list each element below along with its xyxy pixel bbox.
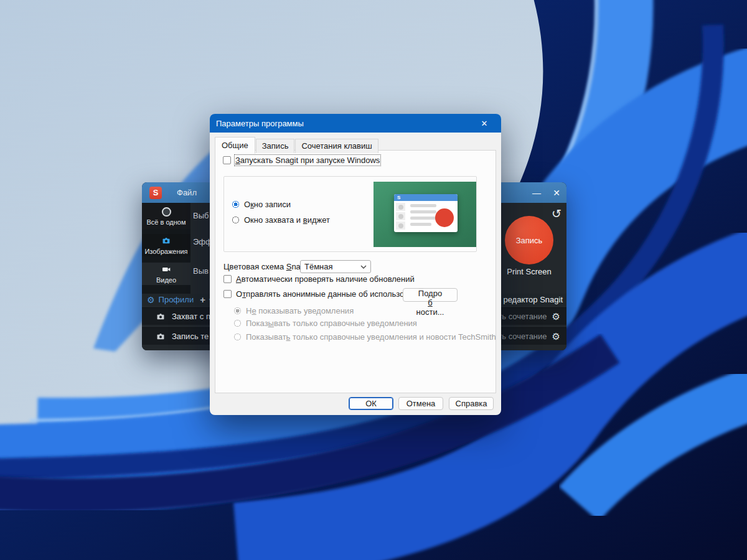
sidebar-item-image[interactable]: Изображения <box>142 234 190 256</box>
dialog-title: Параметры программы <box>216 119 304 128</box>
hotkey-assign-fragment[interactable]: ить сочетание <box>494 312 547 321</box>
chevron-down-icon <box>360 265 367 269</box>
program-settings-dialog: Параметры программы ✕ Общие Запись Сочет… <box>210 114 501 415</box>
profiles-gear-icon: ⚙ <box>147 296 155 304</box>
notify-help-row: Показывать только справочные уведомления <box>233 319 417 328</box>
notify-help-radio <box>233 319 242 327</box>
startup-checkbox-row[interactable]: Запускать Snagit при запуске Windows <box>223 156 380 165</box>
hotkey-assign-fragment[interactable]: ить сочетание <box>494 332 547 341</box>
camera-icon <box>161 236 171 246</box>
theme-select[interactable]: Тёмная <box>300 260 371 273</box>
updates-checkbox-row[interactable]: Автоматически проверять наличие обновлен… <box>223 274 415 284</box>
dialog-titlebar: Параметры программы ✕ <box>210 114 501 133</box>
preview-text-bars <box>410 204 436 226</box>
dialog-tabs: Общие Запись Сочетания клавиш <box>215 136 379 153</box>
ok-button[interactable]: ОК <box>349 397 393 410</box>
camera-icon <box>156 332 166 342</box>
notify-news-row: Показывать только справочные уведомления… <box>233 332 496 342</box>
video-camera-icon <box>161 264 171 274</box>
tab-page-general: Запускать Snagit при запуске Windows Окн… <box>215 150 496 393</box>
notify-none-radio <box>233 307 242 315</box>
theme-select-value: Тёмная <box>304 262 333 271</box>
sidebar-item-label: Видео <box>156 276 176 284</box>
analytics-checkbox-label: Отправлять анонимные данные об использов… <box>236 289 426 299</box>
profiles-toggle[interactable]: ⚙ Профили + ▾ <box>147 294 212 305</box>
updates-checkbox[interactable] <box>223 275 232 283</box>
record-hotkey-label: Print Screen <box>497 267 561 276</box>
profiles-label: Профили <box>159 295 194 304</box>
mode-capture-widget-row[interactable]: Окно захвата и виджет <box>232 215 330 225</box>
capture-widget-radio[interactable] <box>232 216 240 224</box>
capture-type-sidebar: Всё в одном Изображения Видео <box>142 203 190 294</box>
sidebar-item-label: Изображения <box>144 248 187 255</box>
mode-record-window-row[interactable]: Окно записи <box>232 200 291 209</box>
profile-name-fragment: Захват с п <box>172 312 210 321</box>
sidebar-item-label: Всё в одном <box>147 218 186 226</box>
capture-panel: ↺ Запись Print Screen <box>497 203 566 294</box>
preview-record-button <box>435 208 454 227</box>
details-button[interactable]: Подробности... <box>403 288 458 302</box>
camera-icon <box>156 312 166 322</box>
mode-preview-image: S <box>374 182 476 247</box>
preview-app-card: S <box>394 194 458 232</box>
profile-settings-gear-icon[interactable]: ⚙ <box>552 332 560 341</box>
startup-checkbox-label: Запускать Snagit при запуске Windows <box>235 156 380 165</box>
add-profile-button[interactable]: + <box>200 294 205 305</box>
record-button[interactable]: Запись <box>505 216 553 264</box>
sidebar-item-all-in-one[interactable]: Всё в одном <box>142 203 190 229</box>
profile-settings-gear-icon[interactable]: ⚙ <box>552 312 560 321</box>
analytics-checkbox-row[interactable]: Отправлять анонимные данные об использов… <box>223 289 426 299</box>
snagit-logo: S <box>149 187 162 199</box>
sidebar-item-video[interactable]: Видео <box>142 263 190 285</box>
all-in-one-icon <box>162 207 171 217</box>
record-button-label: Запись <box>516 236 543 245</box>
preview-card-header: S <box>394 194 458 201</box>
record-window-radio-label: Окно записи <box>244 200 291 209</box>
theme-label-row: Цветовая схема Snagit: <box>223 262 311 271</box>
analytics-checkbox[interactable] <box>223 290 232 298</box>
column-label-output-fragment: Выв <box>193 266 209 276</box>
theme-label: Цветовая схема Snagit: <box>223 262 311 271</box>
menu-file[interactable]: Файл <box>177 188 197 197</box>
notify-news-label: Показывать только справочные уведомления… <box>246 332 496 342</box>
notify-help-label: Показывать только справочные уведомления <box>246 319 417 328</box>
help-button[interactable]: Справка <box>449 397 494 410</box>
tab-capture[interactable]: Запись <box>256 139 295 153</box>
notify-none-row: Не показывать уведомления <box>233 306 354 315</box>
preview-sidebar <box>396 203 405 230</box>
dialog-close-button[interactable]: ✕ <box>474 114 495 133</box>
close-button[interactable]: ✕ <box>547 182 566 203</box>
notify-news-radio <box>233 333 242 341</box>
window-mode-groupbox: Окно записи Окно захвата и виджет S <box>223 176 477 252</box>
updates-checkbox-label: Автоматически проверять наличие обновлен… <box>236 274 415 284</box>
cancel-button[interactable]: Отмена <box>398 397 443 410</box>
reset-icon[interactable]: ↺ <box>552 207 561 221</box>
tab-hotkeys[interactable]: Сочетания клавиш <box>295 139 378 153</box>
minimize-button[interactable]: — <box>527 182 547 203</box>
tab-general[interactable]: Общие <box>215 137 255 154</box>
capture-widget-radio-label: Окно захвата и виджет <box>244 215 330 225</box>
record-window-radio[interactable] <box>232 200 240 208</box>
open-editor-link-fragment[interactable]: ть редактор Snagit <box>493 295 563 304</box>
notify-none-label: Не показывать уведомления <box>246 306 354 315</box>
profile-name-fragment: Запись те <box>172 332 209 341</box>
column-label-selection-fragment: Выб <box>193 211 209 220</box>
startup-checkbox[interactable] <box>223 156 231 164</box>
